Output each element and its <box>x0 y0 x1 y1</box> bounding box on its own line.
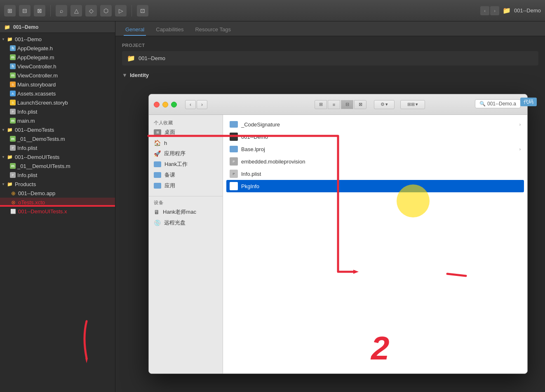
m-file-icon-2: m <box>10 72 16 78</box>
forward-button[interactable]: › <box>490 6 499 15</box>
nav-folder-icon: 📁 <box>3 23 11 31</box>
panel-tabs: General Capabilities Resource Tags <box>115 21 545 36</box>
project-icon-item: 📁 <box>127 54 135 62</box>
daima-label: 代码 <box>520 98 537 106</box>
plist-icon-3: P <box>10 172 16 178</box>
file-name-base: Base.lproj <box>241 146 265 152</box>
computer-icon: 🖥 <box>154 209 160 215</box>
hierarchy-icon[interactable]: ⊠ <box>34 5 45 16</box>
tree-item-label: ViewController.h <box>17 63 56 70</box>
sidebar-disk-label: 远程光盘 <box>164 219 186 226</box>
sidebar-app-folder[interactable]: 应用 <box>149 180 223 191</box>
tree-demotests-xctest[interactable]: ⊗ oTests.xcto <box>0 198 115 207</box>
arrange-icon: ⊞⊞ <box>407 102 415 107</box>
sidebar-home[interactable]: 🏠 h <box>149 138 223 148</box>
tree-products[interactable]: ▼ 📁 Products <box>0 180 115 189</box>
finder-arrange-button[interactable]: ⊞⊞ ▾ <box>400 100 425 109</box>
nav-title: 001--Demo <box>13 24 38 30</box>
tree-appdelegate-m[interactable]: m AppDelegate.m <box>0 53 115 62</box>
file-info-plist[interactable]: P Info.plist <box>226 168 524 180</box>
tree-main-m[interactable]: m main.m <box>0 116 115 125</box>
separator-1 <box>50 5 51 16</box>
triangle-icon-3: ▼ <box>2 155 5 159</box>
traffic-lights <box>154 102 177 107</box>
devices-label: 设备 <box>149 198 223 207</box>
sidebar-hank-mac[interactable]: 🖥 Hank老师mac <box>149 207 223 217</box>
back-button[interactable]: ‹ <box>480 6 489 15</box>
tree-root-demo[interactable]: ▼ 📁 001--Demo <box>0 35 115 44</box>
tree-item-label: Assets.xcassets <box>17 91 56 97</box>
arrow-icon-base: › <box>519 147 521 152</box>
tree-item-label: 001--DemoTests <box>15 127 54 133</box>
folder-icon-backup <box>154 172 161 178</box>
tree-launchscreen[interactable]: S LaunchScreen.storyb <box>0 98 115 107</box>
diamond-icon[interactable]: ◇ <box>85 5 97 16</box>
list-view-button[interactable]: ≡ <box>328 100 340 109</box>
spacer <box>149 191 223 194</box>
nav-header: 📁 001--Demo <box>0 21 115 33</box>
m-file-icon-3: m <box>10 118 16 124</box>
person-icon[interactable]: ⊟ <box>19 5 31 16</box>
finder-body: 个人收藏 ⊞ 桌面 🏠 h 🚀 应用程序 Hank工作 备课 <box>149 115 527 373</box>
finder-back-button[interactable]: ‹ <box>185 100 196 109</box>
tree-demouitests-x[interactable]: ⬜ 001--DemoUITests.x <box>0 207 115 216</box>
tree-demotests-m[interactable]: m _01__DemoTests.m <box>0 134 115 143</box>
search-icon[interactable]: ⌕ <box>56 5 67 16</box>
tree-item-label: _01__DemoTests.m <box>17 136 65 142</box>
h-file-icon: h <box>10 45 16 51</box>
plist-file-icon: P <box>230 170 238 178</box>
tree-info-plist-1[interactable]: P Info.plist <box>0 107 115 116</box>
grid-icon[interactable]: ⊞ <box>4 5 16 16</box>
triangle-identity: ▼ <box>122 72 127 78</box>
tree-demotests[interactable]: ▼ 📁 001--DemoTests <box>0 125 115 134</box>
tree-main-storyboard[interactable]: S Main.storyboard <box>0 80 115 89</box>
breadcrumb-path: 001--Demo <box>514 7 541 14</box>
tree-demouitests[interactable]: ▼ 📁 001--DemoUITests <box>0 152 115 161</box>
tree-info-plist-3[interactable]: P Info.plist <box>0 170 115 180</box>
arrow-icon-cs: › <box>519 122 521 127</box>
file-codesignature[interactable]: _CodeSignature › <box>226 118 524 131</box>
file-base-lproj[interactable]: Base.lproj › <box>226 143 524 155</box>
file-pkginfo[interactable]: PkgInfo <box>226 180 524 192</box>
red-underline <box>0 205 115 207</box>
xctest-icon-2: ⬜ <box>10 208 16 215</box>
tab-resource-tags[interactable]: Resource Tags <box>193 24 232 36</box>
tree-item-label: _01__DemoUITests.m <box>17 163 70 169</box>
tree-appdelegate-h[interactable]: h AppDelegate.h <box>0 44 115 53</box>
sidebar-hank-work[interactable]: Hank工作 <box>149 159 223 170</box>
tree-viewcontroller-m[interactable]: m ViewController.m <box>0 71 115 80</box>
sidebar-remote-disk[interactable]: 💿 远程光盘 <box>149 217 223 228</box>
sidebar-backup[interactable]: 备课 <box>149 170 223 180</box>
address-icon: 🔍 <box>479 101 486 107</box>
tree-viewcontroller-h[interactable]: h ViewController.h <box>0 62 115 71</box>
sidebar-apps[interactable]: 🚀 应用程序 <box>149 148 223 159</box>
tab-capabilities[interactable]: Capabilities <box>154 24 185 36</box>
folder-icon[interactable]: ⊡ <box>137 5 148 16</box>
tree-demouitests-m[interactable]: m _01__DemoUITests.m <box>0 161 115 170</box>
tree-item-label: LaunchScreen.storyb <box>17 100 68 106</box>
finder-action-button[interactable]: ⚙ ▾ <box>374 100 395 109</box>
file-demo-binary[interactable]: 001--Demo <box>226 131 524 143</box>
file-mobileprovision[interactable]: P embedded.mobileprovision <box>226 155 524 168</box>
sidebar-desktop[interactable]: ⊞ 桌面 <box>149 127 223 138</box>
column-view-button[interactable]: ⊟ <box>341 100 353 109</box>
tree-info-plist-2[interactable]: P Info.plist <box>0 143 115 152</box>
finder-forward-button[interactable]: › <box>197 100 207 109</box>
tab-general[interactable]: General <box>124 24 146 36</box>
message-icon[interactable]: ▷ <box>115 5 127 16</box>
warning-icon[interactable]: △ <box>70 5 82 16</box>
tree-item-label: 001--Demo.app <box>18 190 55 196</box>
tree-item-label: 001--DemoUITests <box>15 154 59 160</box>
minimize-button[interactable] <box>162 102 168 107</box>
binary-icon <box>230 133 238 141</box>
tree-demo-app[interactable]: ⊕ 001--Demo.app <box>0 189 115 198</box>
icon-view-button[interactable]: ⊞ <box>315 100 327 109</box>
finder-view-buttons: ⊞ ≡ ⊟ ⊠ <box>315 100 366 109</box>
maximize-button[interactable] <box>171 102 177 107</box>
triangle-icon: ▼ <box>2 37 5 41</box>
close-button[interactable] <box>154 102 160 107</box>
file-name-plist: Info.plist <box>241 171 261 177</box>
tag-icon[interactable]: ⬡ <box>100 5 112 16</box>
tree-assets[interactable]: A Assets.xcassets <box>0 89 115 98</box>
cover-flow-button[interactable]: ⊠ <box>354 100 366 109</box>
